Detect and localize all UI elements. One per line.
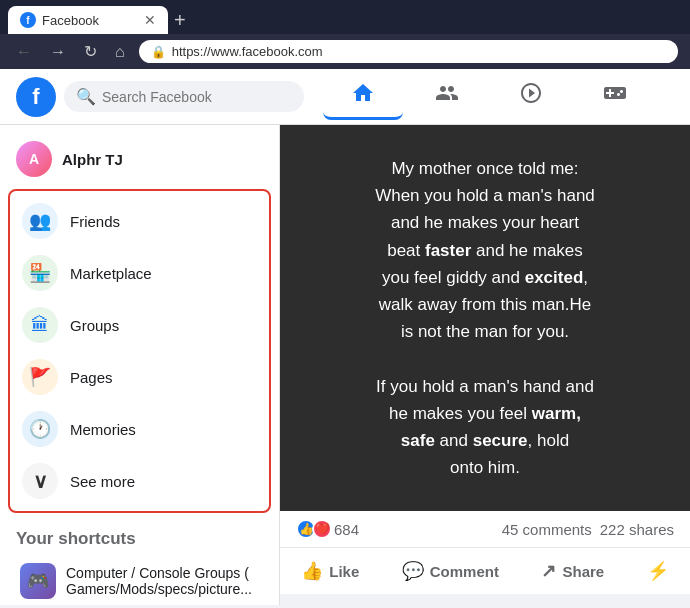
sidebar-item-label-groups: Groups bbox=[70, 317, 119, 334]
shares-count[interactable]: 222 shares bbox=[600, 521, 674, 538]
share-button[interactable]: ↗ Share bbox=[525, 552, 620, 590]
post-reactions-bar: 👍 ❤️ 684 45 comments 222 shares bbox=[280, 511, 690, 548]
friends-icon: 👥 bbox=[22, 203, 58, 239]
nav-home[interactable] bbox=[323, 73, 403, 120]
comment-label: Comment bbox=[430, 563, 499, 580]
refresh-button[interactable]: ↻ bbox=[80, 40, 101, 63]
shortcut-thumb-gaming: 🎮 bbox=[20, 563, 56, 599]
shortcuts-title: Your shortcuts bbox=[16, 529, 263, 549]
url-text: https://www.facebook.com bbox=[172, 44, 323, 59]
fb-sidebar: A Alphr TJ 👥 Friends 🏪 Marketplace 🏛 Gro… bbox=[0, 125, 280, 605]
shortcut-name-gaming: Computer / Console Groups ( Gamers/Mods/… bbox=[66, 565, 259, 597]
reaction-count: 684 bbox=[334, 521, 359, 538]
sidebar-item-label-pages: Pages bbox=[70, 369, 113, 386]
fb-content: A Alphr TJ 👥 Friends 🏪 Marketplace 🏛 Gro… bbox=[0, 125, 690, 605]
memories-icon: 🕐 bbox=[22, 411, 58, 447]
fb-header: f 🔍 bbox=[0, 69, 690, 125]
tab-bar: f Facebook ✕ + bbox=[0, 0, 690, 34]
comment-button[interactable]: 💬 Comment bbox=[386, 552, 515, 590]
post-actions: 👍 Like 💬 Comment ↗ Share ⚡ bbox=[280, 548, 690, 594]
reaction-icons: 👍 ❤️ bbox=[296, 519, 328, 539]
tab-close-button[interactable]: ✕ bbox=[144, 12, 156, 28]
sidebar-user[interactable]: A Alphr TJ bbox=[8, 133, 271, 185]
groups-icon: 🏛 bbox=[22, 307, 58, 343]
share-action-icon: ↗ bbox=[541, 560, 556, 582]
lock-icon: 🔒 bbox=[151, 45, 166, 59]
sidebar-item-label-marketplace: Marketplace bbox=[70, 265, 152, 282]
reactions-right: 45 comments 222 shares bbox=[502, 521, 674, 538]
nav-gaming[interactable] bbox=[575, 73, 655, 120]
sidebar-item-marketplace[interactable]: 🏪 Marketplace bbox=[14, 247, 265, 299]
post-quote-text: My mother once told me: When you hold a … bbox=[375, 155, 595, 481]
search-icon: 🔍 bbox=[76, 87, 96, 106]
url-bar[interactable]: 🔒 https://www.facebook.com bbox=[139, 40, 678, 63]
comments-count[interactable]: 45 comments bbox=[502, 521, 592, 538]
tab-title: Facebook bbox=[42, 13, 138, 28]
home-button[interactable]: ⌂ bbox=[111, 41, 129, 63]
facebook-app: f 🔍 A Alphr TJ bbox=[0, 69, 690, 605]
fb-logo: f bbox=[16, 77, 56, 117]
sidebar-item-label-friends: Friends bbox=[70, 213, 120, 230]
fb-feed: My mother once told me: When you hold a … bbox=[280, 125, 690, 605]
share-label: Share bbox=[562, 563, 604, 580]
sidebar-item-label-memories: Memories bbox=[70, 421, 136, 438]
comment-action-icon: 💬 bbox=[402, 560, 424, 582]
shortcut-gaming[interactable]: 🎮 Computer / Console Groups ( Gamers/Mod… bbox=[16, 557, 263, 605]
search-input[interactable] bbox=[102, 89, 292, 105]
pages-icon: 🚩 bbox=[22, 359, 58, 395]
post-quote-image: My mother once told me: When you hold a … bbox=[280, 125, 690, 511]
sidebar-item-see-more[interactable]: ∨ See more bbox=[14, 455, 265, 507]
sidebar-item-friends[interactable]: 👥 Friends bbox=[14, 195, 265, 247]
sidebar-nav-section: 👥 Friends 🏪 Marketplace 🏛 Groups 🚩 Pages… bbox=[8, 189, 271, 513]
fb-search-bar[interactable]: 🔍 bbox=[64, 81, 304, 112]
nav-friends[interactable] bbox=[407, 73, 487, 120]
tab-favicon: f bbox=[20, 12, 36, 28]
more-actions-button[interactable]: ⚡ bbox=[631, 552, 685, 590]
love-icon: ❤️ bbox=[312, 519, 332, 539]
forward-button[interactable]: → bbox=[46, 41, 70, 63]
like-label: Like bbox=[329, 563, 359, 580]
see-more-icon: ∨ bbox=[22, 463, 58, 499]
back-button[interactable]: ← bbox=[12, 41, 36, 63]
avatar: A bbox=[16, 141, 52, 177]
sidebar-item-groups[interactable]: 🏛 Groups bbox=[14, 299, 265, 351]
user-name: Alphr TJ bbox=[62, 151, 123, 168]
post-card: My mother once told me: When you hold a … bbox=[280, 125, 690, 594]
more-icon: ⚡ bbox=[647, 560, 669, 582]
like-button[interactable]: 👍 Like bbox=[285, 552, 375, 590]
shortcuts-section: Your shortcuts 🎮 Computer / Console Grou… bbox=[8, 521, 271, 605]
sidebar-item-label-see-more: See more bbox=[70, 473, 135, 490]
active-tab[interactable]: f Facebook ✕ bbox=[8, 6, 168, 34]
browser-chrome: f Facebook ✕ + ← → ↻ ⌂ 🔒 https://www.fac… bbox=[0, 0, 690, 69]
marketplace-icon: 🏪 bbox=[22, 255, 58, 291]
sidebar-item-memories[interactable]: 🕐 Memories bbox=[14, 403, 265, 455]
address-bar: ← → ↻ ⌂ 🔒 https://www.facebook.com bbox=[0, 34, 690, 69]
new-tab-button[interactable]: + bbox=[174, 9, 186, 32]
like-action-icon: 👍 bbox=[301, 560, 323, 582]
fb-nav bbox=[304, 73, 674, 120]
nav-watch[interactable] bbox=[491, 73, 571, 120]
reactions-left: 👍 ❤️ 684 bbox=[296, 519, 359, 539]
sidebar-item-pages[interactable]: 🚩 Pages bbox=[14, 351, 265, 403]
